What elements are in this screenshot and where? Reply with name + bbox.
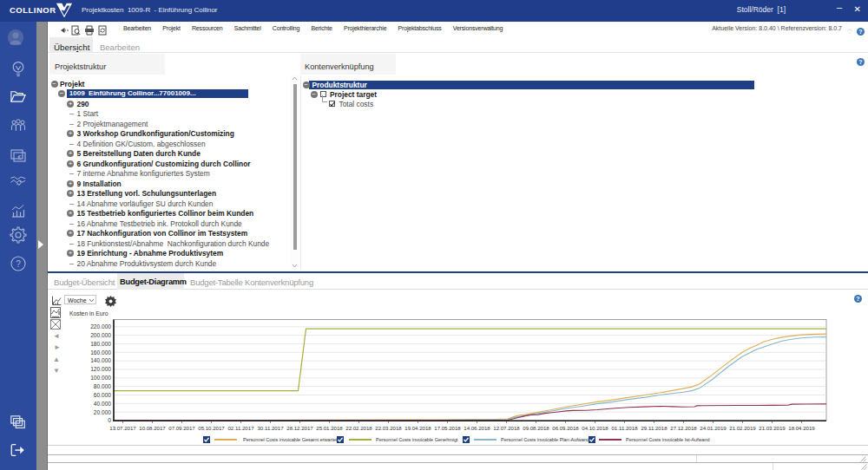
svg-text:05.10.2017: 05.10.2017 — [198, 425, 225, 431]
svg-text:07.09.2017: 07.09.2017 — [168, 425, 195, 431]
svg-text:29.11.2018: 29.11.2018 — [641, 425, 667, 431]
svg-text:13.07.2017: 13.07.2017 — [109, 425, 136, 431]
svg-text:100.000: 100.000 — [90, 375, 111, 381]
svg-text:02.11.2017: 02.11.2017 — [227, 425, 254, 431]
svg-text:21.03.2019: 21.03.2019 — [759, 425, 786, 431]
svg-text:24.01.2019: 24.01.2019 — [700, 425, 727, 431]
svg-text:10.08.2017: 10.08.2017 — [139, 425, 166, 431]
svg-text:160.000: 160.000 — [90, 349, 111, 356]
svg-text:22.02.2018: 22.02.2018 — [345, 425, 372, 431]
svg-text:30.11.2017: 30.11.2017 — [257, 425, 284, 431]
svg-text:09.08.2018: 09.08.2018 — [523, 425, 549, 431]
svg-text:18.04.2019: 18.04.2019 — [788, 425, 815, 431]
svg-text:40.000: 40.000 — [94, 401, 112, 407]
svg-text:04.10.2018: 04.10.2018 — [582, 425, 608, 431]
svg-text:12.07.2018: 12.07.2018 — [493, 425, 520, 431]
svg-text:22.03.2018: 22.03.2018 — [375, 425, 402, 431]
svg-text:200.000: 200.000 — [90, 332, 111, 338]
svg-text:€: € — [18, 154, 22, 160]
svg-text:06.09.2018: 06.09.2018 — [552, 425, 579, 431]
svg-text:60.000: 60.000 — [94, 392, 112, 398]
svg-text:20.000: 20.000 — [94, 409, 112, 415]
svg-text:14.06.2018: 14.06.2018 — [464, 425, 490, 431]
svg-text:120.000: 120.000 — [90, 366, 111, 372]
svg-text:220.000: 220.000 — [90, 323, 111, 330]
svg-text:25.01.2018: 25.01.2018 — [316, 425, 343, 431]
svg-text:140.000: 140.000 — [90, 357, 111, 363]
svg-text:?: ? — [16, 259, 21, 269]
svg-text:80.000: 80.000 — [94, 383, 112, 389]
svg-text:28.12.2017: 28.12.2017 — [286, 425, 313, 431]
svg-text:180.000: 180.000 — [90, 341, 111, 347]
svg-text:19.04.2018: 19.04.2018 — [404, 425, 431, 431]
svg-text:21.02.2019: 21.02.2019 — [729, 425, 756, 431]
svg-text:27.12.2018: 27.12.2018 — [670, 425, 697, 431]
svg-text:0: 0 — [108, 417, 111, 423]
svg-text:17.05.2018: 17.05.2018 — [434, 425, 461, 431]
svg-text:01.11.2018: 01.11.2018 — [611, 425, 638, 431]
